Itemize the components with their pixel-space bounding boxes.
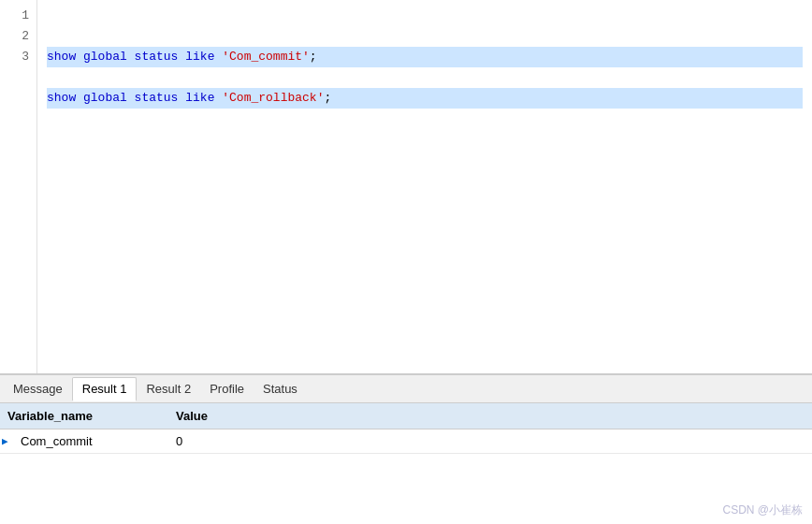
tab-profile[interactable]: Profile [200, 377, 254, 401]
result-table: Variable_name Value ▶ Com_commit 0 [0, 403, 812, 524]
tab-status[interactable]: Status [254, 377, 307, 401]
code-line-1: show global status like 'Com_commit'; [47, 47, 803, 67]
code-line-2 [47, 67, 803, 88]
tabs-bar: Message Result 1 Result 2 Profile Status [0, 375, 812, 403]
bottom-panel: Message Result 1 Result 2 Profile Status… [0, 374, 812, 524]
tab-result2[interactable]: Result 2 [137, 377, 200, 401]
code-line-3: show global status like 'Com_rollback'; [47, 88, 803, 109]
row-value: 0 [168, 432, 812, 450]
header-variable-name: Variable_name [0, 405, 168, 427]
editor-area: 1 2 3 show global status like 'Com_commi… [0, 0, 812, 374]
row-var-name: Com_commit [13, 432, 168, 450]
watermark: CSDN @小崔栋 [722, 502, 803, 518]
table-row[interactable]: ▶ Com_commit 0 [0, 429, 812, 454]
table-header: Variable_name Value [0, 403, 812, 429]
line-numbers: 1 2 3 [0, 0, 37, 373]
code-content[interactable]: show global status like 'Com_commit'; sh… [37, 0, 812, 373]
tab-result1[interactable]: Result 1 [72, 377, 138, 401]
row-indicator: ▶ [0, 435, 13, 447]
header-value: Value [168, 405, 812, 427]
tab-message[interactable]: Message [4, 377, 72, 401]
